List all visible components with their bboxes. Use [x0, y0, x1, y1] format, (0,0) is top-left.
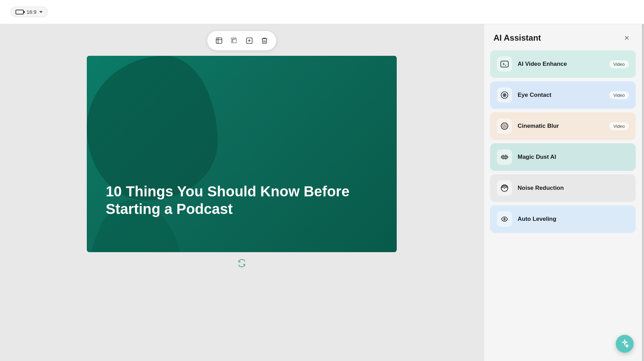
cinematic-blur-icon-wrap: [497, 118, 512, 134]
close-panel-button[interactable]: [621, 32, 632, 43]
eye-contact-icon-wrap: [497, 87, 512, 103]
ai-panel-title: AI Assistant: [494, 33, 541, 43]
toolbar: [207, 31, 276, 50]
magic-dust-ai-card[interactable]: Magic Dust AI: [490, 143, 636, 171]
ai-assistant-panel: AI Assistant AI Video: [484, 24, 642, 361]
ai-panel-header: AI Assistant: [484, 24, 642, 50]
svg-rect-1: [231, 38, 237, 43]
ai-video-enhance-info: AI Video Enhance: [518, 61, 604, 68]
blob-shape-1: [87, 56, 218, 200]
svg-point-8: [504, 94, 505, 95]
svg-rect-13: [501, 156, 508, 158]
svg-rect-0: [216, 38, 222, 44]
sparkle-icon: [620, 339, 629, 348]
right-edge-bar: [642, 24, 644, 361]
auto-leveling-name: Auto Leveling: [518, 216, 556, 222]
eye-contact-badge: Video: [609, 91, 629, 99]
video-background: 10 Things You Should Know Before Startin…: [87, 56, 397, 252]
video-title-text: 10 Things You Should Know Before Startin…: [106, 183, 354, 218]
main-content: 10 Things You Should Know Before Startin…: [0, 24, 644, 361]
eye-contact-card[interactable]: Eye Contact Video: [490, 81, 636, 109]
magic-dust-ai-info: Magic Dust AI: [518, 154, 629, 161]
ai-features-list: AI Video Enhance Video Eye Contact Video: [484, 50, 642, 361]
ai-fab-button[interactable]: [616, 335, 634, 353]
cinematic-blur-badge: Video: [609, 122, 629, 130]
svg-point-15: [504, 187, 505, 188]
svg-point-12: [504, 126, 505, 126]
auto-leveling-info: Auto Leveling: [518, 216, 629, 223]
auto-leveling-card[interactable]: Auto Leveling: [490, 205, 636, 233]
magic-dust-ai-name: Magic Dust AI: [518, 154, 556, 160]
ai-video-enhance-card[interactable]: AI Video Enhance Video: [490, 50, 636, 78]
ai-video-enhance-icon: [500, 60, 509, 69]
noise-reduction-name: Noise Reduction: [518, 185, 564, 191]
eye-contact-info: Eye Contact: [518, 92, 604, 99]
aspect-ratio-selector[interactable]: 16:9: [10, 7, 48, 17]
noise-reduction-icon-wrap: [497, 180, 512, 196]
cinematic-blur-info: Cinematic Blur: [518, 123, 604, 130]
magic-dust-ai-icon-wrap: [497, 149, 512, 165]
noise-reduction-icon: [500, 184, 509, 193]
cinematic-blur-icon: [500, 122, 509, 131]
top-bar: 16:9: [0, 0, 644, 24]
noise-reduction-info: Noise Reduction: [518, 185, 629, 192]
eye-contact-name: Eye Contact: [518, 92, 551, 98]
eye-contact-icon: [500, 91, 509, 100]
select-tool-button[interactable]: [212, 34, 226, 48]
ai-video-enhance-icon-wrap: [497, 56, 512, 72]
refresh-button[interactable]: [236, 257, 248, 269]
cinematic-blur-card[interactable]: Cinematic Blur Video: [490, 112, 636, 140]
add-tool-button[interactable]: [242, 34, 256, 48]
chevron-down-icon: [39, 11, 43, 13]
ai-video-enhance-name: AI Video Enhance: [518, 61, 567, 67]
video-canvas: 10 Things You Should Know Before Startin…: [87, 56, 397, 252]
delete-tool-button[interactable]: [258, 34, 271, 48]
ai-video-enhance-badge: Video: [609, 60, 629, 68]
canvas-area: 10 Things You Should Know Before Startin…: [0, 24, 484, 361]
crop-tool-button[interactable]: [227, 34, 241, 48]
noise-reduction-card[interactable]: Noise Reduction: [490, 174, 636, 202]
auto-leveling-icon-wrap: [497, 212, 512, 227]
battery-icon: [15, 10, 24, 14]
aspect-ratio-label: 16:9: [27, 9, 37, 15]
auto-leveling-icon: [500, 215, 509, 224]
magic-dust-ai-icon: [500, 153, 509, 162]
svg-point-16: [504, 218, 505, 220]
cinematic-blur-name: Cinematic Blur: [518, 123, 559, 129]
